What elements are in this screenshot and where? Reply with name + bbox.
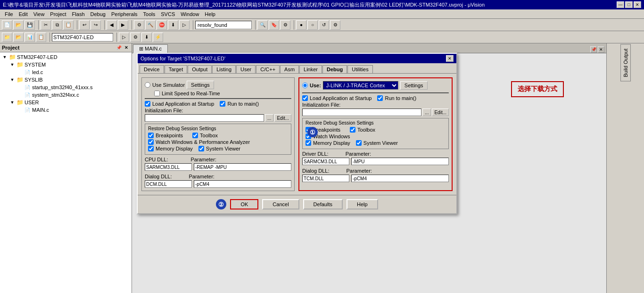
right-dialogdll-input[interactable] bbox=[302, 175, 349, 182]
right-edit-button[interactable]: Edit... bbox=[432, 109, 449, 116]
left-memorydisplay-checkbox[interactable] bbox=[148, 146, 154, 151]
proj-open-button[interactable]: 📂 bbox=[13, 33, 24, 42]
sidebar-pin-icon[interactable]: 📌 bbox=[116, 44, 122, 51]
tree-led-c[interactable]: 📄 led.c bbox=[16, 68, 131, 76]
root-expand-icon[interactable]: ▼ bbox=[2, 54, 8, 60]
left-init-input[interactable] bbox=[145, 114, 264, 122]
left-systemviewer-checkbox[interactable] bbox=[198, 146, 204, 151]
flash-erase-button[interactable]: ⚡ bbox=[153, 33, 163, 42]
dialog-tab-listing[interactable]: Listing bbox=[212, 65, 236, 73]
use-radio[interactable] bbox=[302, 83, 308, 88]
build-button[interactable]: ⚙ bbox=[134, 20, 144, 30]
search-input[interactable] bbox=[195, 21, 252, 29]
menu-view[interactable]: View bbox=[31, 10, 48, 18]
tree-startup[interactable]: 📄 startup_stm32f40_41xxx.s bbox=[16, 84, 131, 91]
redo-button[interactable]: ↪ bbox=[91, 20, 101, 30]
menu-svcs[interactable]: SVCS bbox=[158, 10, 178, 18]
tree-root[interactable]: ▼ 📁 STM32F407-LED bbox=[1, 53, 131, 61]
right-driverdll-input[interactable] bbox=[302, 158, 349, 165]
right-run-to-main-checkbox[interactable] bbox=[377, 95, 383, 101]
menu-project[interactable]: Project bbox=[47, 10, 69, 18]
settings-button[interactable]: ⚙ bbox=[280, 20, 290, 30]
dialog-tab-asm[interactable]: Asm bbox=[280, 65, 299, 73]
save-button[interactable]: 💾 bbox=[25, 20, 35, 30]
right-driverparam-input[interactable] bbox=[351, 158, 449, 165]
maximize-button[interactable]: □ bbox=[625, 1, 633, 8]
menu-edit[interactable]: Edit bbox=[16, 10, 31, 18]
menu-debug[interactable]: Debug bbox=[88, 10, 108, 18]
tree-system[interactable]: ▼ 📁 SYSTEM bbox=[8, 61, 131, 68]
use-combo[interactable]: J-LINK / J-TRACE Cortex bbox=[323, 81, 398, 90]
left-run-to-main-checkbox[interactable] bbox=[220, 101, 225, 107]
left-load-app-checkbox[interactable] bbox=[145, 101, 150, 107]
dialog-tab-device[interactable]: Device bbox=[140, 65, 164, 73]
cut-button[interactable]: ✂ bbox=[41, 20, 51, 30]
options-target-button[interactable]: ⚙ bbox=[130, 33, 140, 42]
cancel-button[interactable]: Cancel bbox=[262, 199, 299, 209]
open-file-button[interactable]: 📂 bbox=[13, 20, 24, 30]
left-breakpoints-checkbox[interactable] bbox=[148, 133, 154, 138]
left-dialogparam-input[interactable] bbox=[194, 180, 291, 188]
menu-tools[interactable]: Tools bbox=[140, 10, 158, 18]
dialog-close-button[interactable]: ✕ bbox=[446, 55, 454, 62]
syslib-expand-icon[interactable]: ▼ bbox=[9, 77, 15, 83]
dialog-tab-target[interactable]: Target bbox=[165, 65, 188, 73]
system-expand-icon[interactable]: ▼ bbox=[9, 62, 15, 67]
proj-batch-button[interactable]: 📊 bbox=[25, 33, 35, 42]
left-dialogdll-input[interactable] bbox=[145, 180, 192, 188]
tree-syslib[interactable]: ▼ 📁 SYSLIB bbox=[8, 76, 131, 84]
right-dialogparam-input[interactable] bbox=[351, 175, 449, 182]
menu-help[interactable]: Help bbox=[202, 10, 218, 18]
right-init-input[interactable] bbox=[302, 109, 421, 116]
undo-button[interactable]: ↩ bbox=[79, 20, 90, 30]
bookmark-button[interactable]: 🔖 bbox=[269, 20, 279, 30]
new-file-button[interactable]: 📄 bbox=[2, 20, 12, 30]
tree-user[interactable]: ▼ 📁 USER bbox=[8, 99, 131, 106]
debug-run-button[interactable]: ● bbox=[296, 20, 306, 30]
download2-button[interactable]: ⬇ bbox=[141, 33, 152, 42]
defaults-button[interactable]: Defaults bbox=[303, 199, 343, 209]
menu-file[interactable]: File bbox=[2, 10, 16, 18]
stop-button[interactable]: ⛔ bbox=[157, 20, 167, 30]
target-selector[interactable] bbox=[52, 33, 113, 42]
build-output-tab[interactable]: Build Output bbox=[620, 44, 631, 82]
right-settings-button[interactable]: Settings bbox=[400, 81, 428, 90]
help-button[interactable]: Help bbox=[347, 199, 378, 209]
dialog-tab-debug[interactable]: Debug bbox=[322, 65, 347, 73]
dialog-tab-user[interactable]: User bbox=[236, 65, 256, 73]
dialog-tab-linker[interactable]: Linker bbox=[299, 65, 322, 73]
menu-peripherals[interactable]: Peripherals bbox=[108, 10, 140, 18]
debug-stop-button[interactable]: ○ bbox=[307, 20, 318, 30]
debug-reset-button[interactable]: ↺ bbox=[319, 20, 329, 30]
search-go-button[interactable]: 🔍 bbox=[257, 20, 268, 30]
left-browse-button[interactable]: ... bbox=[265, 114, 273, 122]
right-systemviewer-checkbox[interactable] bbox=[356, 140, 362, 146]
user-expand-icon[interactable]: ▼ bbox=[9, 100, 15, 105]
right-browse-button[interactable]: ... bbox=[422, 109, 431, 116]
right-toolbox-checkbox[interactable] bbox=[350, 127, 355, 133]
left-cpudll-input[interactable] bbox=[145, 163, 192, 171]
start-debug-button[interactable]: ▷ bbox=[179, 20, 190, 30]
download-button[interactable]: ⬇ bbox=[168, 20, 178, 30]
minimize-button[interactable]: — bbox=[617, 1, 624, 8]
copy-button[interactable]: ⧉ bbox=[52, 20, 62, 30]
left-watchwindows-checkbox[interactable] bbox=[148, 139, 154, 145]
debug-config-button[interactable]: ⚙ bbox=[330, 20, 340, 30]
sidebar-close-icon[interactable]: ✕ bbox=[123, 44, 130, 51]
dialog-tab-output[interactable]: Output bbox=[188, 65, 212, 73]
ok-button[interactable]: OK bbox=[230, 199, 258, 209]
right-load-app-checkbox[interactable] bbox=[302, 95, 308, 101]
nav-fwd-button[interactable]: ▶ bbox=[118, 20, 128, 30]
right-memorydisplay-checkbox[interactable] bbox=[305, 140, 311, 146]
limit-speed-checkbox[interactable] bbox=[154, 91, 160, 96]
rebuild-button[interactable]: 🔨 bbox=[145, 20, 156, 30]
run-debug-button[interactable]: ▷ bbox=[119, 33, 129, 42]
left-cpuparam-input[interactable] bbox=[194, 163, 291, 171]
close-button[interactable]: ✕ bbox=[634, 1, 641, 8]
use-simulator-radio[interactable] bbox=[145, 82, 150, 88]
left-toolbox-checkbox[interactable] bbox=[192, 133, 198, 138]
left-edit-button[interactable]: Edit... bbox=[274, 114, 291, 122]
menu-window[interactable]: Window bbox=[178, 10, 202, 18]
dialog-tab-utilities[interactable]: Utilities bbox=[347, 65, 372, 73]
tree-main-c[interactable]: 📄 MAIN.c bbox=[16, 106, 131, 114]
